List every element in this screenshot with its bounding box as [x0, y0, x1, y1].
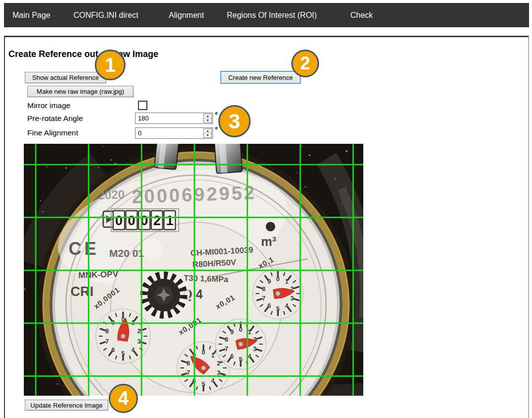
fine-alignment-input[interactable] [135, 128, 203, 138]
svg-text:1: 1 [166, 213, 173, 228]
svg-text:8: 8 [187, 360, 190, 367]
fine-alignment-degree-suffix: ° [215, 125, 218, 134]
meter-gear-wheel [138, 269, 190, 321]
nav-item-check[interactable]: Check [350, 3, 373, 27]
top-nav: Main Page CONFIG.INI direct Alignment Re… [4, 3, 529, 27]
show-actual-reference-button[interactable]: Show actual Reference [25, 72, 106, 83]
spinner-up-icon[interactable]: ▲ [204, 129, 211, 133]
svg-text:6: 6 [112, 347, 115, 354]
mirror-image-label: Mirror image [27, 101, 70, 110]
svg-text:2: 2 [153, 213, 161, 228]
svg-text:3: 3 [253, 346, 257, 353]
page-title: Create Reference out of Raw Image [8, 49, 158, 60]
svg-text:3: 3 [290, 295, 294, 302]
fine-alignment-spinner: ▲ ▼ [203, 128, 212, 138]
svg-text:7: 7 [262, 295, 266, 302]
meter-dot [266, 222, 275, 232]
svg-text:0: 0 [202, 349, 205, 356]
svg-text:5: 5 [239, 356, 243, 363]
svg-text:0: 0 [128, 213, 135, 228]
svg-text:5: 5 [202, 381, 205, 388]
prerotate-spinner: ▲ ▼ [203, 114, 212, 123]
svg-text:0: 0 [115, 213, 123, 228]
nav-item-main-page[interactable]: Main Page [12, 3, 51, 27]
create-new-reference-button[interactable]: Create new Reference [220, 71, 301, 84]
fine-alignment-label: Fine Alignment [27, 128, 78, 137]
prerotate-degree-suffix: ° [215, 111, 218, 119]
svg-text:5: 5 [276, 305, 280, 312]
svg-text:5: 5 [122, 350, 125, 357]
meter-temp-pressure-text: T30 1,6MPa [184, 273, 229, 284]
mounting-clip-left [154, 144, 179, 170]
svg-text:1: 1 [285, 278, 288, 285]
svg-text:9: 9 [267, 278, 271, 285]
svg-text:1: 1 [248, 329, 251, 336]
spinner-down-icon[interactable]: ▼ [204, 133, 211, 137]
svg-text:6: 6 [267, 302, 271, 309]
meter-brand2-text: CRI [70, 284, 94, 299]
svg-text:8: 8 [225, 336, 228, 343]
svg-text:1: 1 [211, 352, 214, 359]
svg-text:0: 0 [239, 326, 243, 333]
annotation-step-2: 2 [291, 50, 319, 77]
meter-ce-mark-text: CE [68, 239, 99, 259]
svg-text:3: 3 [137, 338, 141, 345]
svg-text:2: 2 [217, 360, 220, 367]
prerotate-angle-field: ▲ ▼ [135, 113, 213, 124]
svg-text:2: 2 [137, 328, 141, 335]
svg-text:4: 4 [285, 302, 288, 309]
nav-item-config-ini[interactable]: CONFIG.INI direct [73, 3, 138, 27]
fine-alignment-field: ▲ ▼ [135, 127, 213, 139]
meter-unit-text: m³ [261, 235, 276, 248]
svg-text:4: 4 [132, 347, 135, 354]
spinner-down-icon[interactable]: ▼ [204, 119, 211, 122]
svg-text:7: 7 [105, 338, 109, 345]
svg-text:8: 8 [105, 328, 109, 335]
prerotate-angle-input[interactable] [135, 113, 203, 123]
annotation-step-3: 3 [218, 105, 251, 137]
annotation-step-4: 4 [109, 384, 138, 413]
annotation-step-1: 1 [95, 50, 126, 80]
reference-page: Main Page CONFIG.INI direct Alignment Re… [0, 0, 532, 418]
make-new-raw-image-button[interactable]: Make new raw image (raw.jpg) [27, 86, 133, 97]
meter-approval-text: M20 01 [109, 247, 144, 259]
svg-text:0: 0 [276, 276, 280, 283]
nav-item-roi[interactable]: Regions Of Interest (ROI) [227, 3, 317, 27]
mirror-image-checkbox[interactable] [138, 101, 147, 110]
svg-text:7: 7 [225, 346, 228, 353]
prerotate-angle-label: Pre-rotate Angle [27, 114, 83, 123]
svg-text:6: 6 [230, 353, 234, 360]
svg-text:8: 8 [262, 286, 266, 293]
svg-text:4: 4 [248, 353, 251, 360]
svg-text:9: 9 [230, 329, 234, 336]
meter-serial-year-text: 2020 [98, 187, 125, 202]
nav-item-alignment[interactable]: Alignment [169, 3, 204, 27]
svg-text:4: 4 [211, 377, 214, 384]
mounting-clip-right [214, 144, 242, 174]
update-reference-image-button[interactable]: Update Reference Image [25, 400, 108, 411]
spinner-up-icon[interactable]: ▲ [204, 114, 211, 119]
meter-odometer: 00021 [113, 211, 175, 230]
reference-image-preview: 2020 2000692952 CE M20 01 CH-MI001-10039… [24, 144, 363, 396]
